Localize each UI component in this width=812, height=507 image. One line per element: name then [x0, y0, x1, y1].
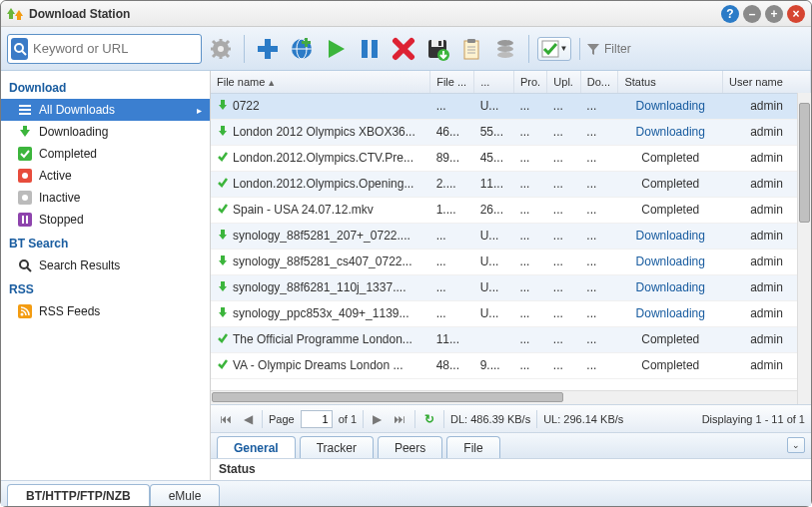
- sidebar-item-search-results[interactable]: Search Results: [1, 254, 210, 276]
- search-icon: [17, 257, 33, 273]
- status-icon: [217, 280, 229, 295]
- save-button[interactable]: [422, 34, 452, 64]
- tab-general[interactable]: General: [217, 436, 296, 458]
- column-header[interactable]: File ...: [430, 71, 474, 93]
- cell: ...: [580, 197, 618, 223]
- delete-button[interactable]: [389, 34, 418, 64]
- sidebar-item-stopped[interactable]: Stopped: [1, 209, 210, 231]
- vertical-scrollbar[interactable]: [797, 93, 811, 404]
- pause-button[interactable]: [355, 34, 385, 64]
- clipboard-button[interactable]: [456, 34, 486, 64]
- sidebar-item-all-downloads[interactable]: All Downloads▸: [1, 99, 210, 121]
- sidebar-header: BT Search: [1, 231, 210, 254]
- column-header[interactable]: File name▲: [211, 71, 430, 93]
- column-header[interactable]: Upl.: [547, 71, 580, 93]
- bottom-tab-emule[interactable]: eMule: [150, 484, 221, 506]
- table-row[interactable]: synology_ppc853x_409+_1139......U.......…: [211, 300, 811, 326]
- app-icon: [7, 6, 23, 22]
- sidebar-header: RSS: [1, 276, 210, 300]
- tab-tracker[interactable]: Tracker: [300, 436, 374, 458]
- page-of: of 1: [339, 413, 357, 425]
- column-header[interactable]: ...: [474, 71, 514, 93]
- cell: ...: [513, 274, 546, 300]
- status-cell: Downloading: [618, 93, 723, 119]
- cell: ...: [513, 93, 546, 119]
- collapse-panel-button[interactable]: ⌄: [787, 437, 805, 453]
- svg-line-9: [226, 54, 229, 57]
- search-input[interactable]: [31, 41, 201, 56]
- cell: ...: [513, 145, 546, 171]
- tab-peers[interactable]: Peers: [378, 436, 442, 458]
- sidebar-item-completed[interactable]: Completed: [1, 143, 210, 165]
- cell: ...: [547, 249, 580, 274]
- cell: ...: [547, 145, 580, 171]
- resume-button[interactable]: [321, 34, 351, 64]
- svg-rect-44: [22, 216, 24, 224]
- file-size-cell: ...: [430, 223, 474, 249]
- status-cell: Downloading: [618, 274, 723, 300]
- column-header[interactable]: Pro.: [513, 71, 546, 93]
- refresh-button[interactable]: ↻: [421, 412, 437, 426]
- sidebar-item-rss-feeds[interactable]: RSS Feeds: [1, 300, 210, 322]
- table-row[interactable]: VA - Olympic Dreams London ...48...9....…: [211, 352, 811, 378]
- sidebar-item-inactive[interactable]: Inactive: [1, 187, 210, 209]
- page-input[interactable]: [301, 410, 333, 428]
- sort-asc-icon: ▲: [267, 78, 276, 88]
- filter-box: [579, 38, 805, 60]
- prev-page-button[interactable]: ◀: [241, 412, 256, 426]
- table-row[interactable]: London 2012 Olympics XBOX36...46...55...…: [211, 119, 811, 145]
- file-name: London.2012.Olympics.Opening...: [233, 177, 413, 191]
- table-row[interactable]: synology_88f6281_110j_1337.......U......…: [211, 274, 811, 300]
- cell: ...: [547, 326, 580, 352]
- maximize-button[interactable]: +: [765, 5, 783, 23]
- help-button[interactable]: ?: [721, 5, 739, 23]
- queue-button[interactable]: [490, 34, 520, 64]
- search-button[interactable]: [11, 38, 28, 60]
- cell: ...: [513, 300, 546, 326]
- add-button[interactable]: [253, 34, 283, 64]
- sidebar-item-active[interactable]: Active: [1, 165, 210, 187]
- column-header[interactable]: Do...: [580, 71, 618, 93]
- check-all-button[interactable]: ▼: [537, 37, 571, 61]
- cell: ...: [580, 274, 618, 300]
- svg-rect-26: [467, 39, 475, 43]
- column-header[interactable]: Status: [618, 71, 723, 93]
- table-row[interactable]: London.2012.Olympics.Opening...2....11..…: [211, 171, 811, 197]
- status-cell: Completed: [618, 326, 723, 352]
- table-row[interactable]: 0722...U............Downloadingadmin: [211, 93, 811, 119]
- table-row[interactable]: synology_88f5281_cs407_0722......U......…: [211, 249, 811, 274]
- table-row[interactable]: The Official Programme London...11......…: [211, 326, 811, 352]
- add-url-button[interactable]: [287, 34, 317, 64]
- status-icon: [217, 306, 229, 321]
- down-arrow-icon: [17, 124, 33, 140]
- cell: U...: [474, 274, 514, 300]
- filter-input[interactable]: [604, 42, 805, 56]
- bottom-tab-bt-http-ftp-nzb[interactable]: BT/HTTP/FTP/NZB: [7, 484, 150, 506]
- svg-point-32: [497, 52, 513, 58]
- sidebar-item-downloading[interactable]: Downloading: [1, 121, 210, 143]
- horizontal-scrollbar[interactable]: [211, 390, 797, 404]
- file-size-cell: 11...: [430, 326, 474, 352]
- next-page-button[interactable]: ▶: [370, 412, 385, 426]
- close-button[interactable]: ×: [787, 5, 805, 23]
- table-row[interactable]: synology_88f5281_207+_0722.......U......…: [211, 223, 811, 249]
- display-range: Displaying 1 - 11 of 1: [702, 413, 805, 425]
- file-name: synology_ppc853x_409+_1139...: [233, 306, 408, 320]
- tab-file[interactable]: File: [446, 436, 499, 458]
- svg-point-31: [497, 46, 513, 52]
- column-header[interactable]: User name: [723, 71, 811, 93]
- svg-rect-19: [362, 40, 368, 58]
- bottom-tabs: BT/HTTP/FTP/NZBeMule: [1, 480, 811, 506]
- first-page-button[interactable]: ⏮: [217, 412, 235, 426]
- svg-rect-36: [19, 113, 31, 115]
- sidebar-item-label: Completed: [39, 147, 202, 161]
- table-row[interactable]: London.2012.Olympics.CTV.Pre...89...45..…: [211, 145, 811, 171]
- cell: ...: [513, 249, 546, 274]
- cell: [474, 326, 514, 352]
- file-name: synology_88f6281_110j_1337....: [233, 280, 406, 294]
- last-page-button[interactable]: ⏭: [391, 412, 408, 426]
- svg-rect-43: [18, 213, 32, 227]
- minimize-button[interactable]: –: [743, 5, 761, 23]
- settings-button[interactable]: [206, 34, 236, 64]
- table-row[interactable]: Spain - USA 24.07.12.mkv1....26.........…: [211, 197, 811, 223]
